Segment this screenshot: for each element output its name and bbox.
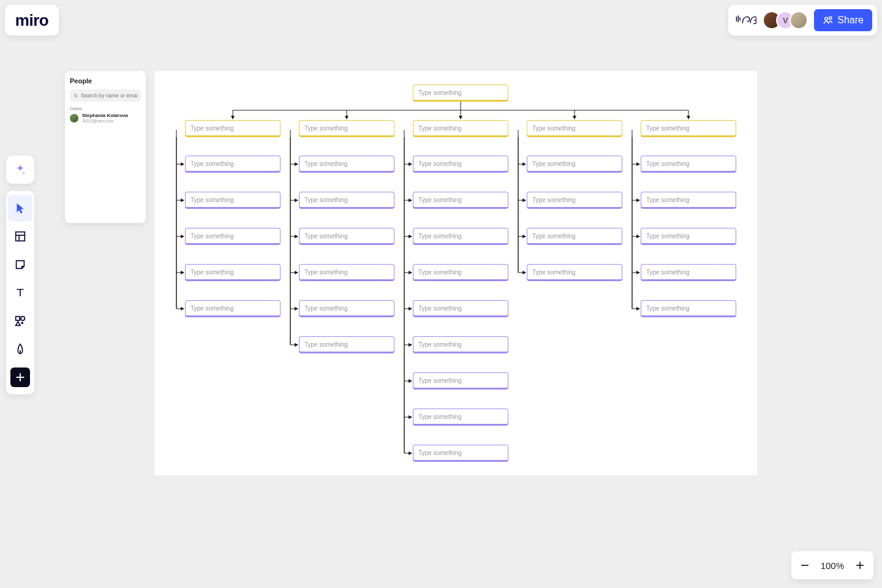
org-node-child[interactable]: Type something	[641, 228, 736, 245]
org-node-child[interactable]: Type something	[299, 156, 394, 173]
people-panel-title: People	[70, 77, 141, 85]
frame-icon	[13, 230, 27, 243]
zoom-out-button[interactable]	[797, 558, 812, 573]
plus-icon	[854, 559, 866, 571]
org-node-child[interactable]: Type something	[413, 336, 508, 353]
text-icon	[13, 286, 27, 300]
svg-rect-2	[16, 232, 25, 241]
avatar	[70, 114, 78, 123]
org-node-child[interactable]: Type something	[641, 156, 736, 173]
org-node-child[interactable]: Type something	[299, 264, 394, 281]
text-tool[interactable]	[8, 279, 32, 306]
people-search-input[interactable]	[81, 92, 137, 99]
talktrack-icon[interactable]	[736, 10, 756, 31]
zoom-level[interactable]: 100%	[821, 560, 844, 571]
plus-icon	[13, 371, 27, 384]
cursor-icon	[13, 202, 27, 215]
people-panel: People Online Stephania Kolarova 35213@m…	[65, 71, 146, 223]
pen-icon	[13, 342, 27, 356]
collaborator-avatars[interactable]: V	[763, 11, 808, 29]
search-icon	[74, 93, 78, 99]
avatar-initial: V	[783, 16, 788, 25]
org-node-child[interactable]: Type something	[299, 336, 394, 353]
org-node-child[interactable]: Type something	[185, 192, 281, 209]
person-row[interactable]: Stephania Kolarova 35213@miro.com	[70, 113, 141, 123]
add-tool[interactable]	[10, 368, 30, 387]
org-node-child[interactable]: Type something	[641, 300, 736, 317]
org-node-child[interactable]: Type something	[413, 300, 508, 317]
sticky-note-icon	[13, 258, 27, 271]
share-button[interactable]: Share	[814, 9, 872, 31]
sparkle-icon	[13, 163, 27, 176]
svg-point-10	[74, 94, 77, 96]
frame-tool[interactable]	[8, 223, 32, 250]
org-node-child[interactable]: Type something	[299, 300, 394, 317]
svg-rect-5	[16, 317, 20, 320]
org-node-header[interactable]: Type something	[299, 120, 394, 137]
logo-card[interactable]: miro	[5, 5, 59, 36]
avatar[interactable]	[790, 11, 808, 29]
org-node-header[interactable]: Type something	[185, 120, 281, 137]
org-node-header[interactable]: Type something	[527, 120, 622, 137]
left-toolbar	[6, 191, 34, 394]
minus-icon	[799, 559, 811, 571]
org-node-child[interactable]: Type something	[299, 192, 394, 209]
org-node-child[interactable]: Type something	[413, 228, 508, 245]
org-node-header[interactable]: Type something	[413, 85, 508, 102]
org-node-child[interactable]: Type something	[527, 264, 622, 281]
logo-text: miro	[15, 11, 48, 30]
sticky-tool[interactable]	[8, 251, 32, 278]
org-node-child[interactable]: Type something	[413, 445, 508, 462]
svg-point-6	[21, 317, 24, 320]
svg-point-0	[825, 17, 828, 20]
select-tool[interactable]	[8, 195, 32, 222]
share-label: Share	[837, 15, 864, 26]
board-canvas[interactable]: Type somethingType somethingType somethi…	[154, 71, 757, 475]
person-name: Stephania Kolarova	[82, 113, 128, 119]
org-node-child[interactable]: Type something	[413, 156, 508, 173]
person-email: 35213@miro.com	[82, 119, 128, 123]
shapes-icon	[13, 314, 27, 328]
zoom-control: 100%	[791, 551, 873, 579]
svg-line-11	[77, 96, 78, 97]
org-node-child[interactable]: Type something	[527, 192, 622, 209]
org-node-child[interactable]: Type something	[185, 228, 281, 245]
org-node-child[interactable]: Type something	[527, 228, 622, 245]
zoom-in-button[interactable]	[853, 558, 867, 573]
people-search[interactable]	[70, 89, 141, 102]
ai-tool[interactable]	[6, 156, 34, 184]
org-node-child[interactable]: Type something	[413, 372, 508, 390]
svg-point-1	[829, 17, 832, 19]
org-node-header[interactable]: Type something	[413, 120, 508, 137]
org-node-child[interactable]: Type something	[641, 192, 736, 209]
share-icon	[823, 15, 834, 26]
org-node-child[interactable]: Type something	[185, 156, 281, 173]
topbar-right: V Share	[728, 5, 877, 36]
org-node-child[interactable]: Type something	[413, 264, 508, 281]
pen-tool[interactable]	[8, 336, 32, 363]
org-node-child[interactable]: Type something	[299, 228, 394, 245]
online-label: Online	[70, 107, 141, 111]
org-node-child[interactable]: Type something	[185, 264, 281, 281]
org-node-child[interactable]: Type something	[413, 409, 508, 426]
org-node-child[interactable]: Type something	[413, 192, 508, 209]
org-node-header[interactable]: Type something	[641, 120, 736, 137]
shapes-tool[interactable]	[8, 307, 32, 334]
org-node-child[interactable]: Type something	[185, 300, 281, 317]
org-node-child[interactable]: Type something	[641, 264, 736, 281]
org-node-child[interactable]: Type something	[527, 156, 622, 173]
